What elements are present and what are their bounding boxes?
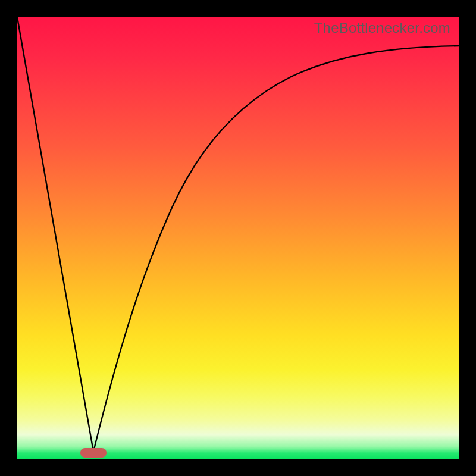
plot-area: TheBottlenecker.com bbox=[17, 17, 459, 459]
bottleneck-curve bbox=[17, 17, 459, 459]
curve-right-branch bbox=[93, 46, 459, 452]
chart-frame: TheBottlenecker.com bbox=[0, 0, 476, 476]
valley-marker-pill bbox=[80, 448, 107, 458]
curve-left-branch bbox=[17, 17, 93, 452]
